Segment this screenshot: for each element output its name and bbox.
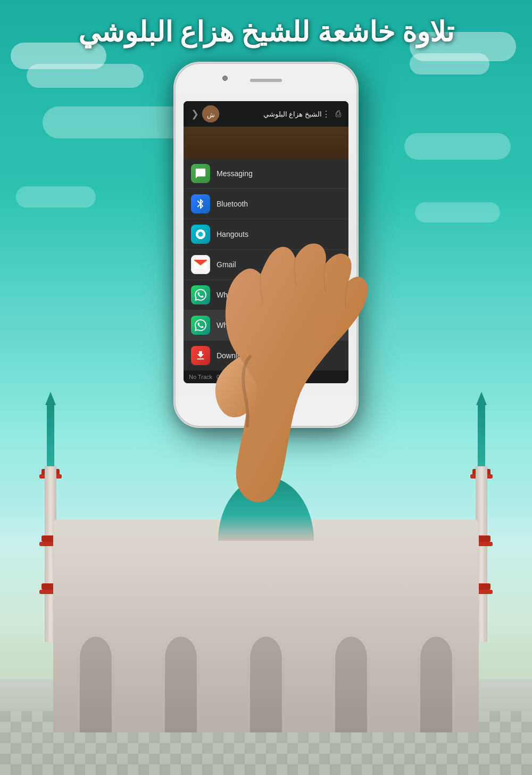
phone-speaker xyxy=(250,79,282,82)
share-item-messaging[interactable]: Messaging xyxy=(184,159,348,189)
more-icon[interactable]: ⋮ xyxy=(322,109,330,119)
phone-camera xyxy=(222,76,228,81)
back-icon[interactable]: ❮ xyxy=(191,108,199,120)
app-background xyxy=(184,127,348,159)
messaging-icon xyxy=(191,164,210,183)
minaret-right-tip xyxy=(478,402,485,472)
app-bar-actions: ⎙ ⋮ xyxy=(322,109,341,119)
cloud-8 xyxy=(415,202,500,222)
mosque-arches xyxy=(53,626,479,732)
minaret-left-tip xyxy=(47,402,54,472)
messaging-label: Messaging xyxy=(217,169,253,178)
app-icon: ش xyxy=(202,105,219,122)
cloud-4 xyxy=(410,53,489,75)
svg-text:ش: ش xyxy=(207,111,215,119)
cloud-7 xyxy=(16,186,96,208)
app-bar-title: الشيخ هزاع البلوشي xyxy=(222,110,322,118)
app-bar: ⎙ ⋮ الشيخ هزاع البلوشي ش ❮ xyxy=(184,101,348,127)
svg-point-3 xyxy=(198,232,203,236)
cloud-2 xyxy=(27,64,144,88)
page-title: تلاوة خاشعة للشيخ هزاع البلوشي xyxy=(0,16,532,48)
cloud-6 xyxy=(404,133,511,160)
share-icon[interactable]: ⎙ xyxy=(336,109,341,119)
hand-overlay xyxy=(207,197,410,543)
phone: ⎙ ⋮ الشيخ هزاع البلوشي ش ❮ xyxy=(154,64,378,500)
